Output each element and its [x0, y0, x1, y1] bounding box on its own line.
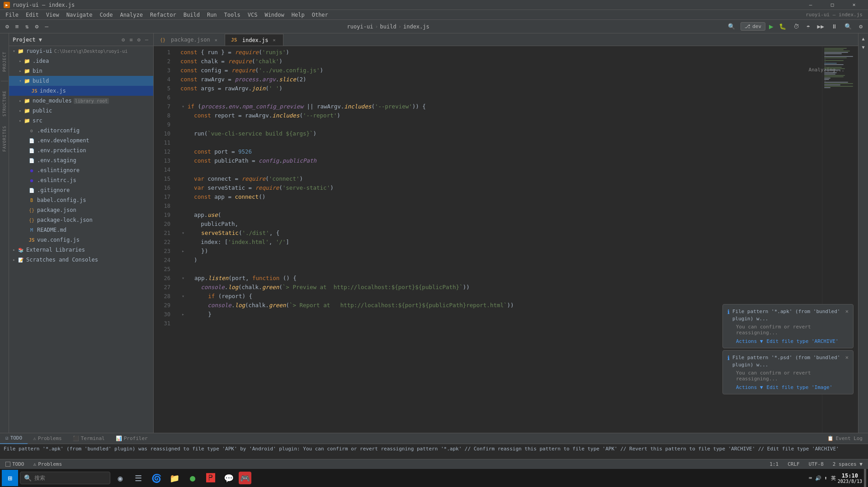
- tree-item-env-staging[interactable]: 📄 .env.staging: [9, 155, 153, 165]
- menu-window[interactable]: Window: [261, 10, 288, 20]
- toolbar-build-btn[interactable]: ⚙: [4, 22, 11, 31]
- project-settings-btn[interactable]: ⚙: [136, 36, 142, 43]
- toolbar-close-btn[interactable]: —: [43, 22, 50, 31]
- tree-item-vueconfig[interactable]: JS vue.config.js: [9, 235, 153, 245]
- breadcrumb-project[interactable]: ruoyi-ui: [347, 23, 373, 30]
- minimize-button[interactable]: —: [800, 0, 821, 10]
- menu-tools[interactable]: Tools: [221, 10, 244, 20]
- taskbar-app1[interactable]: 🅿: [203, 470, 219, 486]
- tree-item-gitignore[interactable]: 📄 .gitignore: [9, 185, 153, 195]
- status-position[interactable]: 1:1: [768, 459, 780, 469]
- tree-item-package-lock[interactable]: {} package-lock.json: [9, 215, 153, 225]
- run-button[interactable]: ▶: [769, 22, 774, 31]
- menu-refactor[interactable]: Refactor: [146, 10, 180, 20]
- tree-item-eslintignore[interactable]: ● .eslintignore: [9, 165, 153, 175]
- menu-navigate[interactable]: Navigate: [63, 10, 96, 20]
- status-todo[interactable]: TODO: [4, 459, 26, 469]
- tab-close-index-js[interactable]: ✕: [271, 37, 278, 43]
- bottom-tab-todo[interactable]: ☑ TODO: [0, 433, 28, 444]
- taskbar-taskview[interactable]: ☰: [130, 470, 146, 486]
- system-clock[interactable]: 15:10 2023/8/13: [838, 473, 862, 484]
- structure-label[interactable]: Structure: [2, 90, 7, 117]
- tree-item-babel[interactable]: B babel.config.js: [9, 195, 153, 205]
- taskbar-search-box[interactable]: 🔍 搜索: [20, 472, 110, 484]
- project-label[interactable]: Project: [2, 52, 7, 72]
- actions-dropdown-psd[interactable]: Actions ▼: [736, 384, 763, 390]
- branch-selector[interactable]: ⎇ dev: [741, 22, 765, 31]
- taskbar-wechat[interactable]: 💬: [221, 470, 237, 486]
- tab-index-js[interactable]: JS index.js ✕: [225, 34, 283, 46]
- tree-item-env-dev[interactable]: 📄 .env.development: [9, 136, 153, 145]
- toolbar-debug-btn[interactable]: 🐛: [777, 22, 788, 31]
- status-indent[interactable]: 2 spaces ▼: [831, 459, 864, 469]
- toolbar-gear-btn[interactable]: ⚙: [857, 22, 864, 31]
- breadcrumb-build[interactable]: build: [380, 23, 396, 30]
- project-title[interactable]: Project ▼: [13, 37, 42, 43]
- notification-close-psd[interactable]: ✕: [845, 354, 849, 361]
- tree-item-idea[interactable]: ▸ 📁 .idea: [9, 56, 153, 66]
- toolbar-pause-btn[interactable]: ⏸: [830, 22, 839, 31]
- tree-item-scratches[interactable]: ▸ 📝 Scratches and Consoles: [9, 255, 153, 265]
- menu-edit[interactable]: Edit: [22, 10, 42, 20]
- taskbar-chrome[interactable]: ●: [184, 470, 201, 486]
- menu-code[interactable]: Code: [96, 10, 117, 20]
- actions-dropdown-apk[interactable]: Actions ▼: [736, 338, 763, 344]
- taskbar-cortana[interactable]: ◉: [112, 470, 128, 486]
- show-desktop-btn[interactable]: [864, 469, 866, 487]
- notification-close-apk[interactable]: ✕: [845, 308, 849, 314]
- toolbar-search2-btn[interactable]: 🔍: [843, 22, 854, 31]
- menu-other[interactable]: Other: [308, 10, 332, 20]
- menu-view[interactable]: View: [42, 10, 63, 20]
- tree-item-public[interactable]: ▸ 📁 public: [9, 106, 153, 116]
- toolbar-profile-btn[interactable]: ⏱: [792, 22, 801, 31]
- menu-file[interactable]: File: [2, 10, 22, 20]
- project-collapse-btn[interactable]: ⚙: [120, 36, 126, 43]
- toolbar-coverage-btn[interactable]: ☂: [805, 22, 812, 31]
- menu-analyze[interactable]: Analyze: [116, 10, 146, 20]
- taskbar-jetbrains[interactable]: 🎮: [239, 472, 251, 484]
- tree-item-readme[interactable]: M README.md: [9, 225, 153, 235]
- menu-help[interactable]: Help: [288, 10, 308, 20]
- maximize-button[interactable]: □: [822, 0, 843, 10]
- bottom-tab-profiler[interactable]: 📊 Profiler: [110, 433, 153, 444]
- tree-item-src[interactable]: ▸ 📁 src: [9, 116, 153, 126]
- windows-start-button[interactable]: ⊞: [2, 470, 18, 486]
- tree-item-editorconfig[interactable]: ▸ ⚙ .editorconfig: [9, 126, 153, 136]
- tray-lang[interactable]: 英: [831, 475, 836, 482]
- close-button[interactable]: ✕: [844, 0, 864, 10]
- tree-item-external-libs[interactable]: ▸ 📚 External Libraries: [9, 245, 153, 255]
- status-problems[interactable]: ⚠ Problems: [32, 459, 64, 469]
- toolbar-sort-btn[interactable]: ⇅: [24, 22, 31, 31]
- taskbar-explorer[interactable]: 📁: [166, 470, 183, 486]
- project-filter-btn[interactable]: ≡: [128, 36, 134, 43]
- taskbar-edge[interactable]: 🌀: [148, 470, 165, 486]
- bottom-tab-problems[interactable]: ⚠ Problems: [28, 433, 67, 444]
- toolbar-align-btn[interactable]: ≡: [14, 22, 21, 31]
- toolbar-settings-btn[interactable]: ⚙: [33, 22, 40, 31]
- tree-item-indexjs[interactable]: ▸ JS index.js: [9, 86, 153, 96]
- status-encoding[interactable]: UTF-8: [807, 459, 826, 469]
- tree-item-eslintrc[interactable]: ● .eslintrc.js: [9, 175, 153, 185]
- tree-item-node-modules[interactable]: ▸ 📁 node_modules library root: [9, 96, 153, 106]
- edit-archive-btn[interactable]: Edit file type 'ARCHIVE': [767, 338, 839, 344]
- bottom-tab-terminal[interactable]: ⬛ Terminal: [67, 433, 110, 444]
- event-log-tab[interactable]: 📋 Event Log: [822, 433, 868, 444]
- tree-item-env-prod[interactable]: 📄 .env.production: [9, 145, 153, 155]
- menu-vcs[interactable]: VCS: [244, 10, 261, 20]
- tab-close-package-json[interactable]: ✕: [213, 37, 219, 43]
- tree-item-ruoyi-ui[interactable]: ▾ 📁 ruoyi-ui C:\Users\g\Desktop\ruoyi-ui: [9, 46, 153, 56]
- toolbar-more-btn[interactable]: ▶▶: [816, 22, 826, 31]
- tree-item-package[interactable]: {} package.json: [9, 205, 153, 215]
- project-close-btn[interactable]: —: [144, 36, 150, 43]
- edit-image-btn[interactable]: Edit file type 'Image': [767, 384, 833, 390]
- favorites-label[interactable]: Favorites: [2, 126, 7, 152]
- status-crlf[interactable]: CRLF: [786, 459, 802, 469]
- tree-item-build[interactable]: ▾ 📁 build: [9, 76, 153, 86]
- tab-package-json[interactable]: {} package.json ✕: [154, 34, 225, 46]
- tree-item-bin[interactable]: ▸ 📁 bin: [9, 66, 153, 76]
- toolbar-search-icon[interactable]: 🔍: [726, 22, 737, 31]
- right-sidebar-btn1[interactable]: ▲: [860, 35, 866, 42]
- right-sidebar-btn2[interactable]: ▼: [860, 44, 866, 51]
- menu-run[interactable]: Run: [203, 10, 221, 20]
- breadcrumb-file[interactable]: index.js: [403, 23, 429, 30]
